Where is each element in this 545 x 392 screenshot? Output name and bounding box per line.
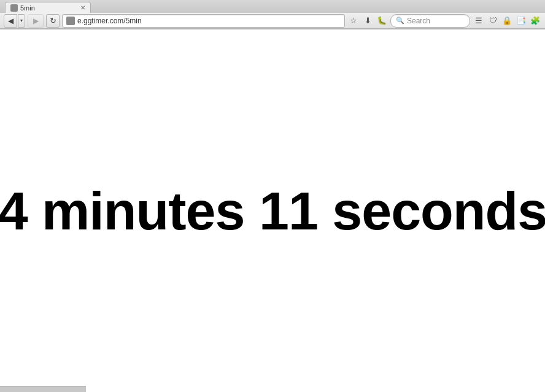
toolbar: ◀ ▾ ▶ ↻ e.ggtimer.com/5min ☆ ⬇: [0, 13, 545, 29]
back-icon: ◀: [8, 17, 14, 25]
bookmark-icon: ☆: [350, 16, 357, 25]
extensions-button[interactable]: 🧩: [529, 15, 541, 27]
hamburger-button[interactable]: ☰: [473, 15, 485, 27]
tab-bar: 5min ✕: [0, 0, 545, 13]
tab-favicon-icon: [10, 4, 18, 12]
reload-button[interactable]: ↻: [46, 14, 60, 28]
bug-button[interactable]: 🐛: [376, 15, 388, 27]
extensions-icon: 🧩: [530, 16, 540, 25]
bookmarks-icon: 📑: [516, 16, 526, 25]
lock-icon: 🔒: [502, 16, 512, 25]
bug-icon: 🐛: [377, 16, 387, 25]
back-dropdown-button[interactable]: ▾: [18, 14, 25, 28]
download-button[interactable]: ⬇: [361, 15, 374, 27]
browser-chrome: 5min ✕ ◀ ▾ ▶ ↻ e.ggtimer.com/5min: [0, 0, 545, 29]
hamburger-icon: ☰: [475, 16, 482, 25]
search-bar[interactable]: 🔍 Search: [390, 14, 470, 28]
search-icon: 🔍: [396, 17, 404, 25]
timer-display: 4 minutes 11 seconds: [0, 180, 545, 242]
tab-title: 5min: [20, 4, 35, 12]
browser-content: 4 minutes 11 seconds: [0, 29, 545, 392]
right-toolbar-icons: ☰ 🛡 🔒 📑 🧩: [473, 15, 541, 27]
bookmarks-button[interactable]: 📑: [515, 15, 527, 27]
tab-close-button[interactable]: ✕: [80, 4, 85, 11]
chevron-down-icon: ▾: [20, 18, 23, 23]
toolbar-icons: ☆ ⬇ 🐛: [347, 15, 388, 27]
forward-icon: ▶: [33, 17, 39, 25]
lock-button[interactable]: 🔒: [501, 15, 513, 27]
scrollbar-bottom[interactable]: [0, 386, 86, 392]
download-icon: ⬇: [365, 16, 371, 25]
shield-icon: 🛡: [489, 16, 497, 25]
url-favicon-icon: [66, 17, 75, 25]
reload-icon: ↻: [50, 16, 56, 25]
browser-tab[interactable]: 5min ✕: [5, 2, 91, 13]
back-button[interactable]: ◀: [4, 14, 17, 28]
forward-button[interactable]: ▶: [28, 14, 44, 28]
url-bar[interactable]: e.ggtimer.com/5min: [62, 14, 345, 28]
search-placeholder: Search: [407, 17, 430, 25]
url-text: e.ggtimer.com/5min: [77, 17, 341, 25]
shield-button[interactable]: 🛡: [487, 15, 499, 27]
bookmark-button[interactable]: ☆: [347, 15, 360, 27]
